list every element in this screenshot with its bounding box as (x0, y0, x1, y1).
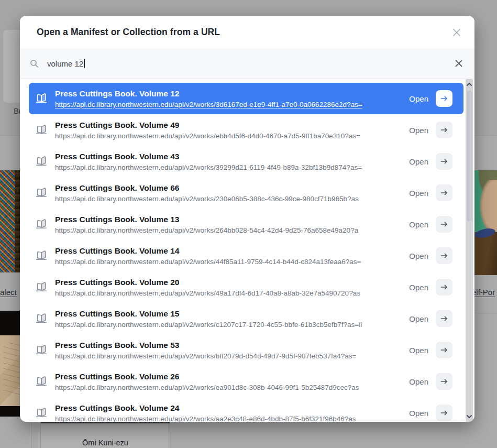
book-open-icon (35, 343, 48, 357)
arrow-right-icon (440, 314, 448, 323)
result-url: https://api.dc.library.northwestern.edu/… (55, 320, 404, 329)
arrow-right-icon (440, 126, 448, 134)
book-open-icon (35, 375, 48, 388)
arrow-right-icon (440, 346, 448, 354)
result-text-block: Press Cuttings Book. Volume 20 https://a… (55, 277, 404, 298)
open-arrow-button[interactable] (436, 247, 452, 264)
result-url: https://api.dc.library.northwestern.edu/… (55, 257, 404, 266)
arrow-right-icon (440, 157, 448, 166)
result-row[interactable]: Press Cuttings Book. Volume 13 https://a… (29, 209, 463, 240)
result-url: https://api.dc.library.northwestern.edu/… (55, 414, 404, 422)
result-text-block: Press Cuttings Book. Volume 24 https://a… (55, 403, 404, 422)
open-arrow-button[interactable] (436, 216, 452, 233)
arrow-right-icon (440, 189, 448, 197)
result-url: https://api.dc.library.northwestern.edu/… (55, 132, 404, 140)
result-url: https://api.dc.library.northwestern.edu/… (55, 226, 404, 235)
result-title: Press Cuttings Book. Volume 43 (55, 151, 404, 161)
result-title: Press Cuttings Book. Volume 12 (55, 89, 404, 99)
book-open-icon (35, 280, 48, 294)
search-icon (30, 59, 39, 68)
open-label: Open (409, 283, 428, 292)
card-boundary-line (31, 422, 32, 448)
result-row[interactable]: Press Cuttings Book. Volume 12 https://a… (29, 83, 463, 114)
dialog-header: Open a Manifest or Collection from a URL (20, 16, 474, 48)
result-row[interactable]: Press Cuttings Book. Volume 24 https://a… (29, 397, 463, 422)
open-label: Open (409, 220, 428, 229)
arrow-right-icon (440, 252, 448, 260)
book-open-icon (35, 312, 48, 325)
open-label: Open (409, 157, 428, 166)
noise-artwork-image (0, 170, 15, 272)
result-url: https://api.dc.library.northwestern.edu/… (55, 383, 404, 392)
book-open-icon (35, 186, 48, 200)
results-scrollbar[interactable] (466, 79, 473, 422)
result-row[interactable]: Press Cuttings Book. Volume 20 https://a… (29, 271, 463, 303)
result-row[interactable]: Press Cuttings Book. Volume 43 https://a… (29, 146, 463, 177)
result-row[interactable]: Press Cuttings Book. Volume 26 https://a… (29, 366, 463, 397)
result-text-block: Press Cuttings Book. Volume 12 https://a… (55, 89, 404, 109)
book-open-icon (35, 155, 48, 168)
result-title: Press Cuttings Book. Volume 49 (55, 120, 404, 130)
url-search-field[interactable]: volume 12 (20, 48, 474, 79)
result-url: https://api.dc.library.northwestern.edu/… (55, 289, 404, 298)
open-label: Open (409, 126, 428, 135)
open-arrow-button[interactable] (436, 90, 452, 107)
result-text-block: Press Cuttings Book. Volume 43 https://a… (55, 151, 404, 172)
result-title: Press Cuttings Book. Volume 53 (55, 340, 404, 350)
result-title: Press Cuttings Book. Volume 15 (55, 309, 404, 319)
result-text-block: Press Cuttings Book. Volume 14 https://a… (55, 246, 404, 266)
result-text-block: Press Cuttings Book. Volume 15 https://a… (55, 309, 404, 329)
clear-search-icon[interactable] (454, 59, 463, 68)
result-text-block: Press Cuttings Book. Volume 13 https://a… (55, 214, 404, 235)
scroll-down-icon[interactable] (466, 412, 473, 421)
search-results-list: Press Cuttings Book. Volume 12 https://a… (20, 79, 466, 422)
open-label: Open (409, 314, 428, 323)
background-artwork-left (0, 170, 21, 272)
open-arrow-button[interactable] (436, 405, 452, 421)
result-row[interactable]: Press Cuttings Book. Volume 15 https://a… (29, 303, 463, 334)
search-input-value[interactable]: volume 12 (47, 59, 85, 68)
portrait-coat (471, 232, 497, 275)
close-icon[interactable] (452, 28, 461, 37)
open-label: Open (409, 252, 428, 260)
result-text-block: Press Cuttings Book. Volume 66 https://a… (55, 183, 404, 203)
arrow-right-icon (440, 409, 448, 417)
result-row[interactable]: Press Cuttings Book. Volume 14 https://a… (29, 240, 463, 271)
open-arrow-button[interactable] (436, 310, 452, 327)
open-arrow-button[interactable] (436, 373, 452, 390)
result-row[interactable]: Press Cuttings Book. Volume 66 https://a… (29, 177, 463, 209)
open-label: Open (409, 346, 428, 355)
arrow-right-icon (440, 283, 448, 291)
text-cursor (84, 59, 85, 68)
result-row[interactable]: Press Cuttings Book. Volume 49 https://a… (29, 114, 463, 146)
background-card-caption: Ōmi Kuni-ezu (41, 439, 170, 447)
result-text-block: Press Cuttings Book. Volume 26 https://a… (55, 371, 404, 392)
open-arrow-button[interactable] (436, 122, 452, 138)
open-arrow-button[interactable] (436, 184, 452, 201)
background-card-row: Ōmi Kuni-ezu (0, 422, 497, 448)
result-title: Press Cuttings Book. Volume 24 (55, 403, 404, 413)
book-open-icon (35, 123, 48, 137)
result-text-block: Press Cuttings Book. Volume 49 https://a… (55, 120, 404, 140)
open-label: Open (409, 409, 428, 418)
scroll-up-icon[interactable] (466, 80, 473, 89)
result-title: Press Cuttings Book. Volume 26 (55, 371, 404, 381)
open-manifest-dialog: Open a Manifest or Collection from a URL… (20, 16, 474, 422)
arrow-right-icon (440, 220, 448, 228)
open-arrow-button[interactable] (436, 279, 452, 296)
open-arrow-button[interactable] (436, 342, 452, 358)
result-title: Press Cuttings Book. Volume 66 (55, 183, 404, 193)
result-title: Press Cuttings Book. Volume 20 (55, 277, 404, 287)
book-open-icon (35, 217, 48, 231)
result-title: Press Cuttings Book. Volume 13 (55, 214, 404, 224)
result-title: Press Cuttings Book. Volume 14 (55, 246, 404, 256)
result-text-block: Press Cuttings Book. Volume 53 https://a… (55, 340, 404, 360)
open-arrow-button[interactable] (436, 153, 452, 170)
result-url: https://api.dc.library.northwestern.edu/… (55, 100, 404, 109)
arrow-right-icon (440, 94, 448, 103)
scrollbar-thumb[interactable] (467, 91, 472, 222)
result-row[interactable]: Press Cuttings Book. Volume 53 https://a… (29, 334, 463, 366)
background-link-right: elf-Por (472, 288, 495, 297)
open-label: Open (409, 377, 428, 386)
open-label: Open (409, 94, 428, 103)
